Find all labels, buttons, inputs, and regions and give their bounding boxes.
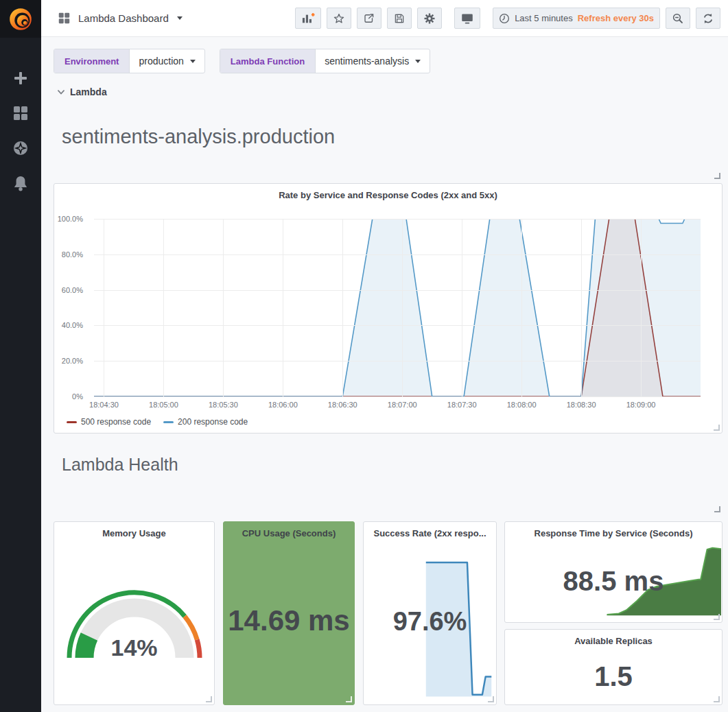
- save-button[interactable]: [387, 8, 412, 29]
- y-tick-label: 40.0%: [62, 321, 83, 329]
- row-toggle-lambda[interactable]: Lambda: [58, 86, 107, 97]
- replicas-panel-title[interactable]: Available Replicas: [505, 630, 722, 646]
- grafana-flame-icon: [8, 6, 34, 32]
- dashboard-title-group[interactable]: Lambda Dashboard: [58, 0, 183, 36]
- star-button[interactable]: [327, 8, 351, 29]
- plus-icon: [14, 71, 27, 85]
- legend-swatch: [67, 421, 77, 423]
- sidebar-item-explore[interactable]: [12, 139, 30, 157]
- success-rate-panel: Success Rate (2xx respo... 97.6%: [363, 521, 497, 705]
- panel-resize-handle[interactable]: [488, 696, 494, 702]
- add-panel-button[interactable]: [295, 8, 321, 29]
- response-panel-title[interactable]: Response Time by Service (Seconds): [505, 522, 722, 538]
- available-replicas-panel: Available Replicas 1.5: [504, 629, 723, 705]
- filter-environment-label: Environment: [54, 49, 129, 73]
- panel-resize-handle[interactable]: [714, 614, 720, 620]
- tv-mode-button[interactable]: [454, 8, 480, 29]
- dashboard-grid-icon: [58, 12, 70, 24]
- row-resize-handle[interactable]: [714, 506, 720, 512]
- sidebar-item-create[interactable]: [12, 69, 30, 87]
- refresh-interval-label: Refresh every 30s: [578, 13, 654, 23]
- caret-down-icon: [190, 60, 196, 63]
- explore-compass-icon: [12, 140, 29, 156]
- filter-lambda-function-label: Lambda Function: [220, 49, 315, 73]
- tv-mode-icon: [460, 12, 474, 25]
- panel-resize-handle[interactable]: [714, 696, 720, 702]
- template-variables-row: Environment production Lambda Function s…: [54, 49, 430, 73]
- row-title: Lambda: [70, 86, 107, 97]
- chart-x-axis: 18:04:3018:05:0018:05:3018:06:0018:06:30…: [94, 401, 701, 411]
- dashboards-grid-icon: [13, 106, 28, 121]
- sidebar: [0, 0, 41, 712]
- memory-panel-title[interactable]: Memory Usage: [54, 522, 214, 538]
- time-range-button[interactable]: Last 5 minutes Refresh every 30s: [493, 8, 660, 29]
- panel-resize-handle[interactable]: [346, 696, 352, 702]
- caret-down-icon: [177, 16, 183, 20]
- star-icon: [333, 12, 345, 25]
- row-resize-handle[interactable]: [714, 173, 720, 179]
- chart-panel-title[interactable]: Rate by Service and Response Codes (2xx …: [54, 184, 722, 200]
- chart-legend: 500 response code200 response code: [67, 417, 248, 427]
- x-tick-label: 18:08:00: [507, 401, 537, 409]
- zoom-out-icon: [672, 12, 684, 25]
- alerting-bell-icon: [13, 175, 28, 191]
- share-button[interactable]: [357, 8, 381, 29]
- cpu-usage-panel: CPU Usage (Seconds) 14.69 ms: [223, 521, 355, 705]
- panel-resize-handle[interactable]: [206, 696, 212, 702]
- filter-environment-value: production: [139, 56, 183, 67]
- chevron-down-icon: [58, 90, 64, 95]
- chart-y-axis: 100.0%80.0%60.0%40.0%20.0%0%: [54, 219, 89, 396]
- toolbar: Last 5 minutes Refresh every 30s: [295, 8, 720, 29]
- chart-series-svg: [94, 219, 701, 396]
- caret-down-icon: [415, 60, 421, 63]
- response-value: 88.5 ms: [505, 566, 722, 597]
- sidebar-item-alerting[interactable]: [12, 174, 30, 192]
- cpu-value: 14.69 ms: [224, 604, 354, 637]
- legend-item[interactable]: 500 response code: [67, 417, 151, 427]
- x-tick-label: 18:07:00: [388, 401, 417, 409]
- success-panel-title[interactable]: Success Rate (2xx respo...: [364, 522, 496, 538]
- add-panel-icon: [301, 12, 315, 25]
- grafana-dashboard: Lambda Dashboard: [0, 0, 728, 712]
- filter-environment: Environment production: [54, 49, 205, 73]
- y-tick-label: 20.0%: [62, 357, 83, 365]
- share-icon: [363, 12, 375, 25]
- refresh-icon: [702, 12, 714, 25]
- time-range-label: Last 5 minutes: [515, 13, 573, 23]
- legend-label: 200 response code: [178, 417, 248, 427]
- y-tick-label: 80.0%: [62, 250, 83, 259]
- panel-resize-handle[interactable]: [714, 425, 720, 431]
- filter-lambda-function-value: sentiments-analysis: [325, 56, 409, 67]
- memory-usage-panel: Memory Usage 14%: [54, 521, 215, 705]
- function-title-text: sentiments-analysis.production: [62, 126, 335, 148]
- x-tick-label: 18:06:00: [268, 401, 298, 409]
- chart-panel: Rate by Service and Response Codes (2xx …: [54, 183, 723, 434]
- sidebar-item-dashboards[interactable]: [12, 104, 30, 122]
- cpu-panel-title[interactable]: CPU Usage (Seconds): [224, 522, 354, 538]
- memory-gauge-value: 14%: [54, 634, 214, 661]
- grafana-logo[interactable]: [0, 0, 41, 38]
- y-tick-label: 100.0%: [58, 215, 83, 223]
- refresh-button[interactable]: [696, 8, 720, 29]
- filter-environment-dropdown[interactable]: production: [129, 49, 204, 73]
- filter-lambda-function: Lambda Function sentiments-analysis: [220, 49, 430, 73]
- clock-icon: [499, 13, 510, 24]
- section-heading-text: Lambda Health: [62, 455, 178, 475]
- y-tick-label: 60.0%: [62, 286, 83, 294]
- settings-gear-icon: [423, 12, 436, 25]
- x-tick-label: 18:06:30: [328, 401, 357, 409]
- legend-label: 500 response code: [81, 417, 151, 427]
- x-tick-label: 18:09:00: [626, 401, 656, 409]
- x-tick-label: 18:04:30: [89, 401, 119, 409]
- legend-swatch: [163, 421, 174, 423]
- top-navbar: Lambda Dashboard: [41, 0, 728, 37]
- response-time-panel: Response Time by Service (Seconds) 88.5 …: [504, 521, 723, 623]
- replicas-value: 1.5: [505, 661, 722, 692]
- legend-item[interactable]: 200 response code: [163, 417, 248, 427]
- x-tick-label: 18:05:30: [209, 401, 238, 409]
- zoom-out-button[interactable]: [666, 8, 690, 29]
- chart-plot[interactable]: [94, 219, 701, 396]
- settings-button[interactable]: [417, 8, 442, 29]
- save-icon: [393, 12, 406, 25]
- filter-lambda-function-dropdown[interactable]: sentiments-analysis: [315, 49, 430, 73]
